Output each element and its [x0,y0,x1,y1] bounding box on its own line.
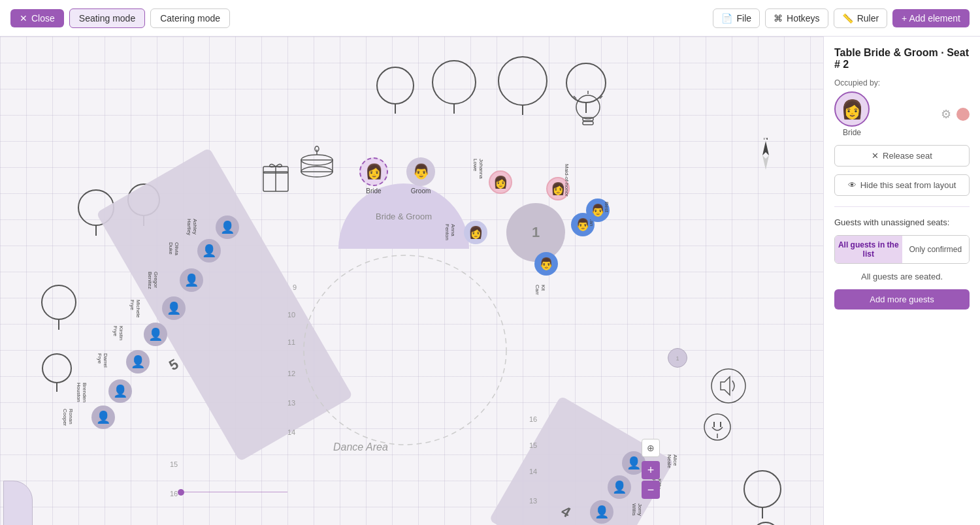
file-button[interactable]: 📄 File [713,8,760,28]
speaker-icon [709,366,748,406]
ruler-button[interactable]: 📏 Ruler [834,8,887,28]
catering-mode-button[interactable]: Catering mode [150,8,230,28]
zoom-in-button[interactable]: + [642,461,660,479]
occupied-by-label: Occupied by: [834,78,970,88]
occupied-row: 👩 Bride ⚙ [834,91,970,137]
eye-icon: 👁 [848,180,857,190]
seat-num-14r: 14 [529,468,537,475]
compass-icon: N [748,138,784,174]
svg-rect-10 [583,121,593,125]
seat-num-15: 15 [170,460,178,468]
seat-num-15r: 15 [529,441,537,449]
tab-all-guests[interactable]: All guests in the list [835,236,902,263]
seat-kirstin[interactable]: 👤 KirstinFrye [144,323,167,346]
plug-icon [701,409,734,445]
seat-olivia[interactable]: 👤 OliviaDuke [197,239,221,262]
seat-best[interactable]: 👨 Best [586,199,610,222]
seat-kit[interactable]: 👨 KitCarr [534,252,558,276]
hide-seat-button[interactable]: 👁 Hide this seat from layout [834,174,970,196]
seat-kitty[interactable]: 👤 KittyFrye [608,475,631,499]
seating-canvas[interactable]: N 5 9 10 11 12 13 14 15 16 👤 AshleyHartl… [0,37,823,525]
zoom-controls: ⊕ + − [642,439,660,499]
all-seated-message: All guests are seated. [834,272,970,281]
bride-avatar: 👩 [834,91,870,127]
seat-brenden[interactable]: 👤 BrendenHouston [108,379,132,403]
svg-point-38 [753,522,779,525]
close-button[interactable]: ✕ Close [10,9,64,27]
svg-point-2 [433,61,476,104]
tree-icon-2 [425,56,483,115]
guest-tabs: All guests in the list Only confirmed [834,235,970,264]
add-more-guests-button[interactable]: Add more guests [834,289,970,310]
dance-area-label: Dance Area [333,441,388,453]
svg-line-12 [600,96,602,99]
svg-point-0 [377,67,414,104]
svg-point-30 [711,369,745,403]
gear-icon[interactable]: ⚙ [941,107,951,121]
zoom-out-button[interactable]: − [642,481,660,499]
seat-ronan[interactable]: 👤 RonanCooper [91,406,115,429]
svg-rect-26 [301,160,333,172]
seat-gregor[interactable]: 👤 GregorBenitez [180,268,203,292]
seat-num-16r: 16 [529,415,537,423]
svg-marker-40 [762,141,769,155]
groom-seat[interactable]: 👨 Groom [406,157,435,195]
locate-button[interactable]: ⊕ [642,439,660,457]
seat-ashley[interactable]: 👤 AshleyHartley [216,215,239,239]
sidebar-title: Table Bride & Groom · Seat # 2 [834,47,970,71]
seat-anna[interactable]: 👩 AnnaFenton [464,221,487,244]
occupied-section: Occupied by: 👩 Bride ⚙ [834,78,970,137]
svg-point-4 [498,57,547,105]
hotkeys-button[interactable]: ⌘ Hotkeys [765,8,828,28]
seat-darrel[interactable]: 👤 DarrelFrye [126,350,150,374]
groom-seat-label: Groom [406,187,435,195]
svg-point-36 [744,471,781,507]
tree-icon-3 [490,53,555,118]
tree-icon-7 [36,281,82,334]
hotkeys-icon: ⌘ [774,13,783,24]
left-element [3,481,33,525]
divider [834,206,970,207]
guests-title: Guests with unassigned seats: [834,217,970,227]
seat-johanna[interactable]: 👩 JohannaLowe [489,170,512,194]
seat-jomy[interactable]: 👤 JomyWillis [590,500,613,524]
tree-icon-9 [738,468,787,523]
bride-avatar-group: 👩 Bride [834,91,870,137]
bride-seat[interactable]: 👩 Bride [359,157,388,195]
seating-mode-label: Seating mode [79,13,135,24]
file-icon: 📄 [721,13,732,24]
seat-num-13r: 13 [529,497,537,505]
table-5-label: 5 [166,356,182,375]
svg-point-8 [576,95,600,119]
topbar: ✕ Close Seating mode Catering mode 📄 Fil… [0,0,980,37]
svg-text:N: N [763,138,768,141]
tab-confirmed[interactable]: Only confirmed [902,236,970,263]
bride-avatar-label: Bride [843,128,861,137]
seat-michele[interactable]: 👤 MicheleFrye [162,296,186,320]
tree-icon-1 [369,63,421,115]
svg-point-18 [42,285,76,319]
ruler-icon: 📏 [842,13,853,24]
add-element-button[interactable]: + Add element [892,9,970,27]
lightbulb-icon [568,89,608,135]
cake-icon [297,138,336,183]
catering-mode-label: Catering mode [160,13,220,24]
tree-icon-10 [745,520,787,525]
measure-line [183,492,287,492]
seat-num-16: 16 [170,490,178,498]
close-icon: ✕ [20,13,27,24]
svg-marker-31 [721,377,730,395]
seating-mode-button[interactable]: Seating mode [69,8,145,28]
main-area: N 5 9 10 11 12 13 14 15 16 👤 AshleyHartl… [0,37,980,525]
close-label: Close [31,13,55,24]
seat-maidofhonor[interactable]: 👩 Maid-of-honor [546,177,570,200]
svg-line-13 [574,96,576,99]
empty-seat-1[interactable]: 1 [668,348,687,368]
purple-dot [178,489,184,496]
svg-point-43 [304,255,506,445]
release-seat-button[interactable]: ✕ Release seat [834,145,970,167]
x-icon: ✕ [872,151,879,161]
bride-seat-label: Bride [359,187,388,195]
gift-icon [258,157,294,197]
svg-marker-41 [762,155,769,170]
